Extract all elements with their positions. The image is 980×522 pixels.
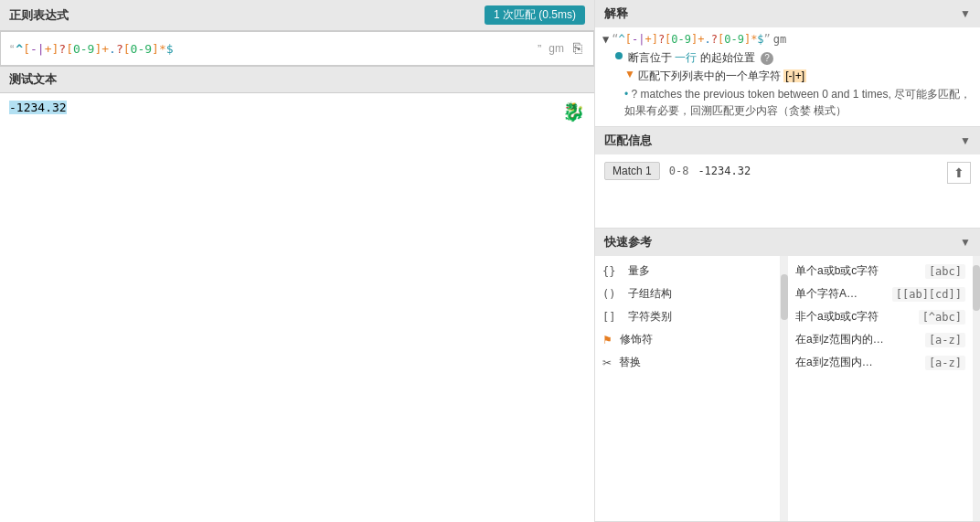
copy-regex-button[interactable]: ⎘: [570, 38, 586, 59]
regex-close-delimiter: ”: [538, 42, 541, 56]
share-button[interactable]: ⬆: [947, 162, 971, 184]
explanation-section: 解释 ▼ ▼ “ ^[-|+]?[0-9]+.?[0-9]*$ ” gm 断言位…: [595, 0, 980, 127]
exp-assert-text: 断言位于 一行 的起始位置 ?: [628, 49, 773, 66]
exp-flags: gm: [773, 33, 786, 46]
regex-minus: -: [30, 42, 37, 56]
qr-right-label-3: 非个a或b或c字符: [795, 309, 913, 325]
exp-plus: +: [698, 33, 704, 46]
match-info-row-wrapper: Match 1 0-8 -1234.32 ⬆: [604, 162, 971, 184]
qr-item-group[interactable]: () 子组结构: [595, 282, 780, 305]
regex-open-delimiter: “: [10, 42, 14, 56]
explanation-regex-line: ▼ “ ^[-|+]?[0-9]+.?[0-9]*$ ” gm: [602, 33, 973, 46]
exp-info-icon[interactable]: ?: [761, 52, 773, 65]
matched-text: -1234.32: [9, 101, 67, 114]
exp-charclass-triangle[interactable]: ▼: [624, 68, 635, 80]
exp-inline-highlight: 一行: [675, 51, 697, 64]
matchinfo-chevron: ▼: [960, 134, 971, 147]
regex-bar: 正则表达式 1 次匹配 (0.5ms): [0, 0, 594, 31]
quickref-right-col: 单个a或b或c字符 [abc] 单个字符A… [[ab][cd]] 非个a或b或…: [788, 256, 973, 521]
exp-collapse-triangle[interactable]: ▼: [602, 33, 609, 46]
regex-dollar: $: [166, 42, 174, 56]
explanation-chevron: ▼: [960, 7, 971, 20]
exp-plus-chr: +: [644, 33, 651, 46]
qr-right-item-1[interactable]: 单个a或b或c字符 [abc]: [788, 260, 973, 282]
qr-item-flags[interactable]: ⚑ 修饰符: [595, 328, 780, 351]
qr-label-quantifier: 量多: [628, 263, 650, 279]
exp-dot: .: [705, 33, 711, 46]
qr-right-item-4[interactable]: 在a到z范围内的… [a-z]: [788, 328, 973, 351]
qr-label-group: 子组结构: [628, 286, 672, 302]
left-panel: 正则表达式 1 次匹配 (0.5ms) “ ^[-|+]?[0-9]+.?[0-…: [0, 0, 594, 522]
regex-dot: .: [109, 42, 116, 56]
regex-pattern[interactable]: ^[-|+]?[0-9]+.?[0-9]*$: [16, 42, 536, 56]
exp-close-delim: ”: [764, 33, 771, 46]
emoji-icon[interactable]: 🐉: [562, 101, 585, 123]
qr-right-scrollbar[interactable]: [973, 256, 980, 521]
qr-right-code-2: [[ab][cd]]: [892, 287, 965, 302]
exp-q2: ?: [711, 33, 718, 46]
exp-q-bullet: •: [624, 88, 628, 101]
regex-char-class-open: [: [23, 42, 30, 56]
regex-range2: 0-9: [131, 42, 152, 56]
quickref-left-col: {} 量多 () 子组结构 [] 字符类别 ⚑ 修饰符 ✂ 替换: [595, 256, 781, 521]
qr-label-charclass: 字符类别: [628, 309, 672, 325]
qr-label-flags: 修饰符: [620, 332, 653, 347]
qr-right-item-2[interactable]: 单个字符A… [[ab][cd]]: [788, 282, 973, 305]
regex-label: 正则表达式: [9, 7, 69, 24]
quickref-chevron: ▼: [960, 236, 971, 249]
qr-item-replace[interactable]: ✂ 替换: [595, 351, 780, 374]
test-label-row: 测试文本: [0, 66, 594, 93]
exp-dollar: $: [757, 33, 763, 46]
exp-bracket6: ]: [744, 33, 751, 46]
qr-right-label-4: 在a到z范围内的…: [795, 332, 920, 347]
test-text-label: 测试文本: [9, 72, 57, 86]
regex-caret: ^: [16, 42, 23, 56]
match-label-1: Match 1: [604, 162, 660, 180]
exp-bracket5: [: [718, 33, 724, 46]
qr-symbol-charclass: []: [602, 311, 621, 324]
exp-open-delim: “: [612, 33, 618, 46]
qr-right-label-1: 单个a或b或c字符: [795, 263, 920, 279]
regex-dot-q: ?: [116, 42, 123, 56]
exp-range2: 0-9: [724, 33, 744, 46]
qr-right-code-4: [a-z]: [925, 333, 965, 347]
matchinfo-title: 匹配信息: [604, 133, 652, 149]
exp-quantifier-desc: • ? matches the previous token between 0…: [624, 86, 973, 119]
regex-char-class3-open: [: [123, 42, 131, 56]
quickref-title: 快速参考: [604, 234, 652, 250]
qr-left-scrollbar[interactable]: [781, 256, 788, 521]
exp-bracket1: [: [625, 33, 632, 46]
qr-right-item-3[interactable]: 非个a或b或c字符 [^abc]: [788, 305, 973, 328]
qr-right-item-5[interactable]: 在a到z范围内… [a-z]: [788, 351, 973, 374]
exp-pipe: |: [638, 33, 644, 46]
exp-range1: 0-9: [671, 33, 691, 46]
exp-charclass-item: ▼ 匹配下列列表中的一个单字符 [-|+]: [624, 68, 973, 84]
explanation-title: 解释: [604, 5, 628, 22]
qr-item-charclass[interactable]: [] 字符类别: [595, 305, 780, 328]
quickref-header[interactable]: 快速参考 ▼: [595, 229, 980, 256]
right-panel: 解释 ▼ ▼ “ ^[-|+]?[0-9]+.?[0-9]*$ ” gm 断言位…: [594, 0, 980, 522]
qr-item-quantifier[interactable]: {} 量多: [595, 260, 780, 282]
regex-char-class3-close: ]: [152, 42, 159, 56]
test-text-area[interactable]: -1234.32 🐉: [0, 93, 594, 522]
exp-caret: ^: [618, 33, 624, 46]
exp-charclass-text: 匹配下列列表中的一个单字符 [-|+]: [638, 68, 806, 84]
matchinfo-body: Match 1 0-8 -1234.32 ⬆: [595, 154, 980, 228]
regex-char-class2-close: ]: [94, 42, 101, 56]
scissors-icon: ✂: [602, 357, 612, 369]
explanation-header[interactable]: 解释 ▼: [595, 0, 980, 27]
regex-char-class-close: ]: [51, 42, 59, 56]
qr-right-code-3: [^abc]: [919, 310, 965, 325]
qr-right-label-2: 单个字符A…: [795, 286, 887, 302]
qr-symbol-group: (): [602, 288, 621, 301]
matchinfo-section: 匹配信息 ▼ Match 1 0-8 -1234.32 ⬆: [595, 127, 980, 229]
flag-icon: ⚑: [602, 334, 612, 346]
qr-label-replace: 替换: [619, 355, 641, 370]
regex-char-class2-open: [: [66, 42, 73, 56]
quickref-body: {} 量多 () 子组结构 [] 字符类别 ⚑ 修饰符 ✂ 替换: [595, 256, 980, 521]
qr-scrollbar-thumb: [781, 274, 788, 320]
regex-plus: +: [45, 42, 52, 56]
explanation-body: ▼ “ ^[-|+]?[0-9]+.?[0-9]*$ ” gm 断言位于 一行 …: [595, 27, 980, 126]
matchinfo-header[interactable]: 匹配信息 ▼: [595, 127, 980, 154]
exp-minus: -: [632, 33, 638, 46]
